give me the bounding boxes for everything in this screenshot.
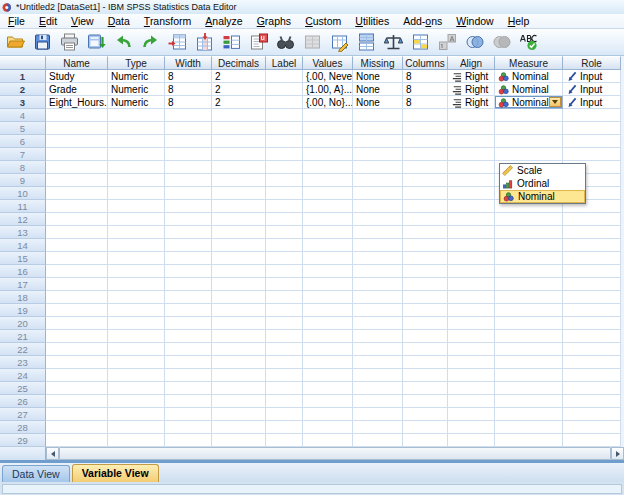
cell-r16-values[interactable]	[303, 265, 353, 278]
cell-r22-align[interactable]	[448, 343, 495, 356]
cell-r7-decimals[interactable]	[212, 148, 266, 161]
cell-r2-name[interactable]: Grade	[46, 83, 108, 96]
cell-r7-name[interactable]	[46, 148, 108, 161]
menu-help[interactable]: Help	[503, 14, 539, 28]
cell-r9-align[interactable]	[448, 174, 495, 187]
cell-r12-width[interactable]	[165, 213, 212, 226]
cell-r15-decimals[interactable]	[212, 252, 266, 265]
cell-r3-values[interactable]: {.00, No}...	[303, 96, 353, 109]
cell-r18-align[interactable]	[448, 291, 495, 304]
cell-r26-measure[interactable]	[495, 395, 563, 408]
cell-r18-measure[interactable]	[495, 291, 563, 304]
cell-r21-role[interactable]	[563, 330, 621, 343]
cell-r19-label[interactable]	[266, 304, 303, 317]
cell-r20-measure[interactable]	[495, 317, 563, 330]
cell-r24-name[interactable]	[46, 369, 108, 382]
menu-file[interactable]: File	[3, 14, 34, 28]
cell-r8-align[interactable]	[448, 161, 495, 174]
recall-dialogs-button[interactable]	[83, 30, 110, 54]
cell-r14-measure[interactable]	[495, 239, 563, 252]
cell-r16-measure[interactable]	[495, 265, 563, 278]
row-header-15[interactable]: 15	[0, 252, 46, 265]
cell-r29-columns[interactable]	[403, 434, 448, 447]
cell-r15-align[interactable]	[448, 252, 495, 265]
row-header-16[interactable]: 16	[0, 265, 46, 278]
cell-r12-columns[interactable]	[403, 213, 448, 226]
cell-r15-measure[interactable]	[495, 252, 563, 265]
cell-r27-role[interactable]	[563, 408, 621, 421]
cell-r7-measure[interactable]	[495, 148, 563, 161]
cell-r28-name[interactable]	[46, 421, 108, 434]
cell-r11-name[interactable]	[46, 200, 108, 213]
cell-r6-missing[interactable]	[353, 135, 403, 148]
row-header-2[interactable]: 2	[0, 83, 46, 96]
cell-r25-name[interactable]	[46, 382, 108, 395]
cell-r27-name[interactable]	[46, 408, 108, 421]
measure-option-scale[interactable]: Scale	[500, 164, 585, 177]
cell-r6-decimals[interactable]	[212, 135, 266, 148]
cell-r2-width[interactable]: 8	[165, 83, 212, 96]
cell-r15-type[interactable]	[108, 252, 165, 265]
cell-r27-type[interactable]	[108, 408, 165, 421]
cell-r4-decimals[interactable]	[212, 109, 266, 122]
cell-r25-width[interactable]	[165, 382, 212, 395]
cell-r28-label[interactable]	[266, 421, 303, 434]
cell-r10-decimals[interactable]	[212, 187, 266, 200]
cell-r11-values[interactable]	[303, 200, 353, 213]
cell-r13-role[interactable]	[563, 226, 621, 239]
horizontal-scrollbar[interactable]	[0, 447, 624, 460]
row-header-6[interactable]: 6	[0, 135, 46, 148]
cell-r23-label[interactable]	[266, 356, 303, 369]
cell-r29-width[interactable]	[165, 434, 212, 447]
cell-r3-missing[interactable]: None	[353, 96, 403, 109]
cell-r4-measure[interactable]	[495, 109, 563, 122]
cell-r15-values[interactable]	[303, 252, 353, 265]
row-header-21[interactable]: 21	[0, 330, 46, 343]
cell-r17-name[interactable]	[46, 278, 108, 291]
cell-r20-decimals[interactable]	[212, 317, 266, 330]
cell-r14-type[interactable]	[108, 239, 165, 252]
cell-r16-decimals[interactable]	[212, 265, 266, 278]
cell-r19-role[interactable]	[563, 304, 621, 317]
cell-r13-values[interactable]	[303, 226, 353, 239]
cell-r18-width[interactable]	[165, 291, 212, 304]
cell-r15-missing[interactable]	[353, 252, 403, 265]
cell-r7-role[interactable]	[563, 148, 621, 161]
menu-analyze[interactable]: Analyze	[200, 14, 251, 28]
col-header-type[interactable]: Type	[108, 56, 165, 70]
goto-variable-button[interactable]	[191, 30, 218, 54]
row-header-1[interactable]: 1	[0, 70, 46, 83]
col-header-decimals[interactable]: Decimals	[212, 56, 266, 70]
cell-r18-values[interactable]	[303, 291, 353, 304]
cell-r18-columns[interactable]	[403, 291, 448, 304]
cell-r15-role[interactable]	[563, 252, 621, 265]
cell-r21-values[interactable]	[303, 330, 353, 343]
cell-r6-align[interactable]	[448, 135, 495, 148]
cell-r9-name[interactable]	[46, 174, 108, 187]
cell-r20-width[interactable]	[165, 317, 212, 330]
cell-r29-measure[interactable]	[495, 434, 563, 447]
cell-r29-name[interactable]	[46, 434, 108, 447]
cell-r8-name[interactable]	[46, 161, 108, 174]
split-file-button[interactable]	[353, 30, 380, 54]
cell-r21-type[interactable]	[108, 330, 165, 343]
cell-r8-width[interactable]	[165, 161, 212, 174]
cell-r16-missing[interactable]	[353, 265, 403, 278]
scrollbar-thumb[interactable]	[59, 447, 611, 460]
cell-r27-values[interactable]	[303, 408, 353, 421]
cell-r4-role[interactable]	[563, 109, 621, 122]
cell-r5-measure[interactable]	[495, 122, 563, 135]
cell-r22-values[interactable]	[303, 343, 353, 356]
row-header-22[interactable]: 22	[0, 343, 46, 356]
cell-r24-align[interactable]	[448, 369, 495, 382]
cell-r27-label[interactable]	[266, 408, 303, 421]
cell-r3-decimals[interactable]: 2	[212, 96, 266, 109]
tab-variable-view[interactable]: Variable View	[72, 464, 159, 482]
cell-r9-label[interactable]	[266, 174, 303, 187]
spell-check-button[interactable]	[515, 30, 542, 54]
cell-r9-width[interactable]	[165, 174, 212, 187]
col-header-label[interactable]: Label	[266, 56, 303, 70]
cell-r13-missing[interactable]	[353, 226, 403, 239]
cell-r24-role[interactable]	[563, 369, 621, 382]
cell-r16-align[interactable]	[448, 265, 495, 278]
